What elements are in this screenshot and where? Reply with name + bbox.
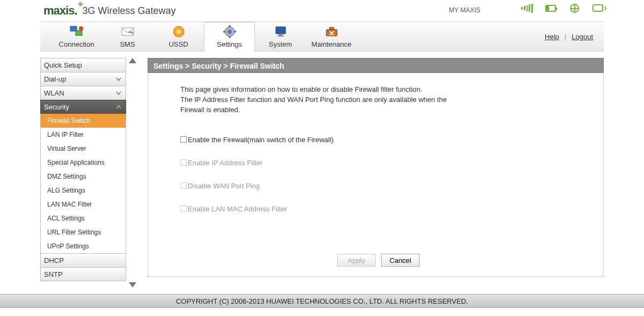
- main-nav: Connection SMS USSD Settings System Main…: [40, 21, 604, 52]
- my-account-link[interactable]: MY MAXIS: [449, 6, 480, 14]
- svg-point-5: [177, 30, 181, 34]
- logout-link[interactable]: Logout: [572, 33, 593, 41]
- nav-maintenance[interactable]: Maintenance: [306, 22, 357, 51]
- chevron-up-icon: [115, 103, 122, 111]
- battery-icon: [545, 3, 557, 13]
- nav-label: System: [269, 40, 292, 48]
- scroll-down-icon[interactable]: [129, 282, 136, 288]
- product-title: 3G Wireless Gateway: [83, 5, 176, 17]
- svg-rect-1: [76, 31, 82, 35]
- status-icons: [521, 3, 604, 13]
- nav-label: Connection: [59, 40, 94, 48]
- scroll-up-icon[interactable]: [129, 58, 136, 63]
- help-link[interactable]: Help: [545, 33, 559, 41]
- nav-ussd[interactable]: USSD: [153, 22, 204, 51]
- opt-enable-ip-filter[interactable]: Enable IP Address Filter: [180, 159, 576, 167]
- opt-disable-wan-ping[interactable]: Disable WAN Port Ping: [180, 182, 576, 190]
- sidebar-sub-special-apps[interactable]: Special Applications: [41, 156, 126, 170]
- checkbox-icon[interactable]: [180, 136, 187, 143]
- sidebar-item-label: Dial-up: [44, 75, 66, 83]
- svg-rect-13: [279, 34, 282, 35]
- nav-settings[interactable]: Settings: [204, 22, 255, 52]
- chevron-down-icon: [115, 75, 122, 83]
- sidebar-sub-lan-ip-filter[interactable]: LAN IP Filter: [41, 128, 126, 142]
- checkbox-icon[interactable]: [180, 159, 187, 166]
- separator: |: [565, 33, 566, 41]
- sidebar-sub-alg[interactable]: ALG Settings: [41, 183, 126, 197]
- nav-label: Settings: [217, 40, 242, 48]
- opt-label: Enable IP Address Filter: [188, 159, 262, 167]
- brand-logo: maxis.✳: [43, 4, 77, 18]
- topbar: maxis.✳ 3G Wireless Gateway MY MAXIS: [40, 0, 604, 21]
- sidebar-sub-firewall-switch[interactable]: Firewall Switch: [41, 114, 126, 128]
- sidebar-item-label: WLAN: [44, 89, 64, 97]
- sidebar-sub-acl[interactable]: ACL Settings: [41, 211, 126, 225]
- svg-point-7: [228, 30, 232, 34]
- nav-connection[interactable]: Connection: [51, 22, 102, 51]
- breadcrumb: Settings > Security > Firewall Switch: [148, 58, 604, 73]
- globe-icon: [568, 3, 580, 13]
- checkbox-icon[interactable]: [180, 182, 187, 189]
- sidebar-item-dialup[interactable]: Dial-up: [40, 72, 126, 86]
- nav-label: Maintenance: [311, 40, 351, 48]
- sidebar-item-dhcp[interactable]: DHCP: [40, 253, 126, 267]
- lan-icon: [592, 3, 604, 13]
- sidebar-item-security[interactable]: Security: [40, 100, 126, 114]
- opt-label: Enable LAN MAC Address Filter: [188, 205, 287, 213]
- svg-point-2: [79, 26, 83, 31]
- page-description: This page gives information on how to en…: [180, 85, 459, 115]
- svg-rect-16: [330, 27, 334, 30]
- opt-enable-lan-mac-filter[interactable]: Enable LAN MAC Address Filter: [180, 205, 576, 213]
- sidebar-item-sntp[interactable]: SNTP: [40, 267, 126, 281]
- footer-copyright: COPYRIGHT (C) 2006-2013 HUAWEI TECHNOLOG…: [0, 294, 644, 308]
- opt-enable-firewall[interactable]: Enable the Firewall(main switch of the F…: [180, 136, 576, 144]
- sidebar: Quick Setup Dial-up WLAN Security Firewa…: [40, 58, 126, 288]
- cancel-button[interactable]: Cancel: [381, 254, 420, 267]
- nav-system[interactable]: System: [255, 22, 306, 51]
- sidebar-sub-dmz[interactable]: DMZ Settings: [41, 170, 126, 183]
- sidebar-scroll[interactable]: [128, 58, 137, 288]
- opt-label: Disable WAN Port Ping: [188, 182, 260, 190]
- content-panel: This page gives information on how to en…: [148, 73, 604, 277]
- chevron-down-icon: [115, 89, 122, 97]
- apply-button[interactable]: Apply: [337, 254, 376, 267]
- nav-sms[interactable]: SMS: [102, 22, 153, 51]
- svg-rect-12: [276, 27, 286, 34]
- sidebar-security-submenu: Firewall Switch LAN IP Filter Virtual Se…: [40, 114, 126, 253]
- sidebar-sub-upnp[interactable]: UPnP Settings: [41, 239, 126, 253]
- sidebar-item-quicksetup[interactable]: Quick Setup: [40, 58, 126, 72]
- nav-label: USSD: [169, 40, 188, 48]
- nav-label: SMS: [120, 40, 135, 48]
- sidebar-sub-lan-mac-filter[interactable]: LAN MAC Filter: [41, 197, 126, 211]
- checkbox-icon[interactable]: [180, 205, 187, 212]
- svg-rect-14: [277, 35, 284, 36]
- opt-label: Enable the Firewall(main switch of the F…: [188, 136, 334, 144]
- sidebar-item-wlan[interactable]: WLAN: [40, 86, 126, 100]
- sidebar-sub-url-filter[interactable]: URL Filter Settings: [41, 225, 126, 239]
- signal-icon: [521, 3, 533, 13]
- sidebar-item-label: Security: [44, 103, 69, 111]
- sidebar-sub-virtual-server[interactable]: Virtual Server: [41, 142, 126, 156]
